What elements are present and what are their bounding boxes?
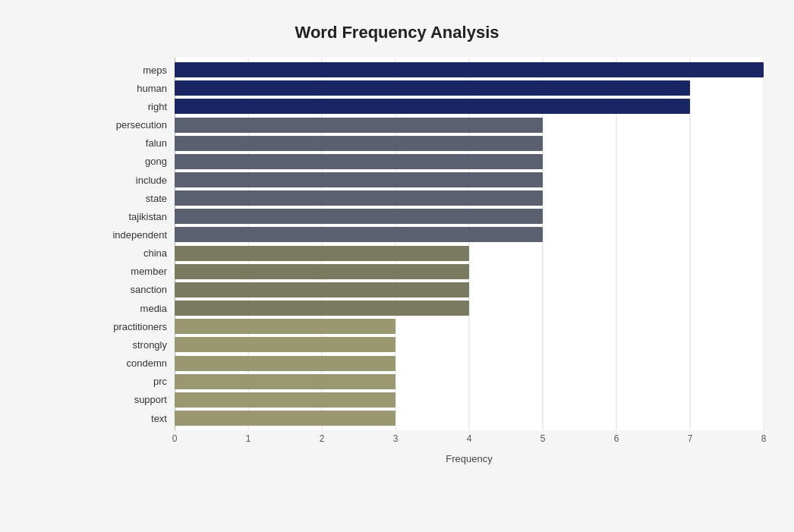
bar-row: member (175, 263, 764, 281)
bar-label: include (91, 175, 175, 186)
x-tick-label: 2 (320, 433, 325, 444)
bar (175, 118, 543, 133)
bar-label: support (91, 394, 175, 405)
bar-row: independent (175, 225, 764, 244)
bar (175, 337, 395, 352)
bar-row: practitioners (175, 317, 764, 335)
chart-title: Word Frequency Analysis (30, 23, 764, 42)
bar-row: sanction (175, 281, 764, 299)
x-axis-container: 012345678 Frequency (175, 433, 764, 464)
x-tick-label: 5 (540, 433, 546, 444)
bar-label: prc (91, 376, 175, 387)
bar-label: strongly (91, 339, 175, 351)
x-tick-label: 0 (172, 433, 178, 444)
bar-row: falun (175, 134, 764, 153)
bar-label: sanction (91, 284, 175, 295)
bar-label: gong (91, 156, 175, 167)
bar-label: text (91, 413, 175, 424)
x-axis-label: Frequency (175, 453, 764, 464)
bar (175, 392, 395, 408)
bar-label: media (91, 303, 175, 314)
bar-row: tajikistan (175, 207, 764, 225)
bar-row: media (175, 299, 764, 317)
bar-label: practitioners (91, 321, 175, 332)
chart-container: Word Frequency Analysis mepshumanrightpe… (0, 0, 794, 532)
x-tick-label: 1 (246, 433, 251, 444)
bar-row: human (175, 79, 764, 97)
bar (175, 264, 469, 279)
bar (175, 209, 543, 224)
bar-label: state (91, 193, 175, 204)
bar (175, 80, 690, 96)
bar-label: independent (91, 229, 175, 241)
bar (175, 246, 469, 261)
bar-label: meps (91, 65, 175, 76)
bar (175, 99, 690, 114)
x-tick-label: 4 (467, 433, 472, 444)
bar-row: support (175, 391, 764, 409)
bar-row: meps (175, 61, 764, 79)
bar (175, 136, 543, 151)
bar-row: condemn (175, 354, 764, 373)
bar-label: falun (91, 137, 175, 149)
bar-label: condemn (91, 357, 175, 369)
bar (175, 356, 395, 371)
x-tick-label: 8 (761, 433, 767, 444)
bar-label: tajikistan (91, 211, 175, 222)
bar-row: china (175, 244, 764, 263)
bar (175, 154, 543, 169)
bar (175, 172, 543, 187)
bar-row: prc (175, 373, 764, 391)
bar-row: state (175, 189, 764, 207)
bar-row: include (175, 171, 764, 189)
bar-row: persecution (175, 115, 764, 134)
bar-label: right (91, 101, 175, 112)
x-tick-label: 6 (614, 433, 619, 444)
bar (175, 319, 395, 334)
bar-label: china (91, 247, 175, 259)
bar (175, 374, 395, 389)
bar-row: gong (175, 153, 764, 171)
bar (175, 301, 469, 316)
bar (175, 411, 395, 426)
bar (175, 190, 543, 206)
bar (175, 62, 764, 77)
bar-label: human (91, 83, 175, 94)
bar-label: persecution (91, 119, 175, 131)
bar (175, 227, 543, 242)
bar-row: strongly (175, 335, 764, 354)
x-tick-label: 7 (688, 433, 693, 444)
bar-row: right (175, 97, 764, 115)
bar-label: member (91, 266, 175, 277)
x-ticks: 012345678 (175, 433, 764, 449)
x-tick-label: 3 (393, 433, 399, 444)
bar-row: text (175, 409, 764, 427)
bar (175, 282, 469, 297)
